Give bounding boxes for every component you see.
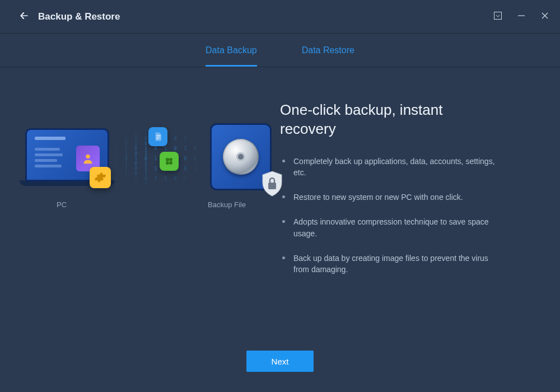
svg-point-9	[169, 158, 172, 161]
description: One-click backup, instant recovery Compl…	[280, 101, 538, 289]
transfer-graphic: 0 1 0 1 1 0 1 0 1 0 1 0 11 0 1 0 1 1 0 1…	[126, 126, 193, 188]
tabs: Data Backup Data Restore	[0, 34, 560, 67]
content: 0 1 0 1 1 0 1 0 1 0 1 0 11 0 1 0 1 1 0 1…	[0, 67, 560, 289]
page-title: Backup & Restore	[38, 11, 120, 22]
document-icon	[148, 127, 167, 146]
footer: Next	[0, 351, 560, 372]
svg-point-11	[169, 161, 172, 165]
svg-rect-5	[156, 135, 161, 136]
titlebar: Backup & Restore	[0, 0, 560, 34]
gear-icon	[90, 167, 111, 188]
svg-rect-6	[156, 137, 161, 138]
pc-label: PC	[22, 200, 151, 209]
heading: One-click backup, instant recovery	[280, 101, 493, 139]
tab-label: Data Restore	[302, 45, 354, 55]
backup-file-label: Backup File	[151, 200, 280, 209]
svg-rect-12	[268, 183, 276, 189]
pc-graphic	[25, 128, 109, 186]
illustration: 0 1 0 1 1 0 1 0 1 0 1 0 11 0 1 0 1 1 0 1…	[22, 101, 280, 289]
svg-point-4	[86, 154, 90, 158]
feature-item: Completely back up applications, data, a…	[280, 156, 504, 179]
svg-point-8	[166, 158, 169, 161]
svg-rect-7	[156, 138, 159, 139]
svg-rect-0	[494, 12, 502, 19]
tab-data-restore[interactable]: Data Restore	[302, 34, 354, 67]
feature-item: Back up data by creating image files to …	[280, 253, 504, 276]
svg-point-10	[166, 161, 169, 165]
feature-item: Restore to new system or new PC with one…	[280, 192, 504, 203]
close-icon[interactable]	[541, 12, 549, 22]
clover-icon	[160, 152, 179, 171]
titlebar-left: Backup & Restore	[17, 10, 120, 24]
minimize-icon[interactable]	[517, 12, 525, 22]
feature-list: Completely back up applications, data, a…	[280, 156, 504, 276]
backup-file-graphic	[210, 123, 277, 190]
disc-icon	[223, 139, 259, 175]
back-icon-line	[19, 10, 30, 24]
dropdown-icon[interactable]	[494, 12, 502, 22]
tab-data-backup[interactable]: Data Backup	[206, 34, 257, 67]
next-button[interactable]: Next	[246, 351, 314, 372]
feature-item: Adopts innovative compression technique …	[280, 216, 504, 239]
window-controls	[494, 12, 549, 22]
tab-label: Data Backup	[206, 45, 257, 55]
